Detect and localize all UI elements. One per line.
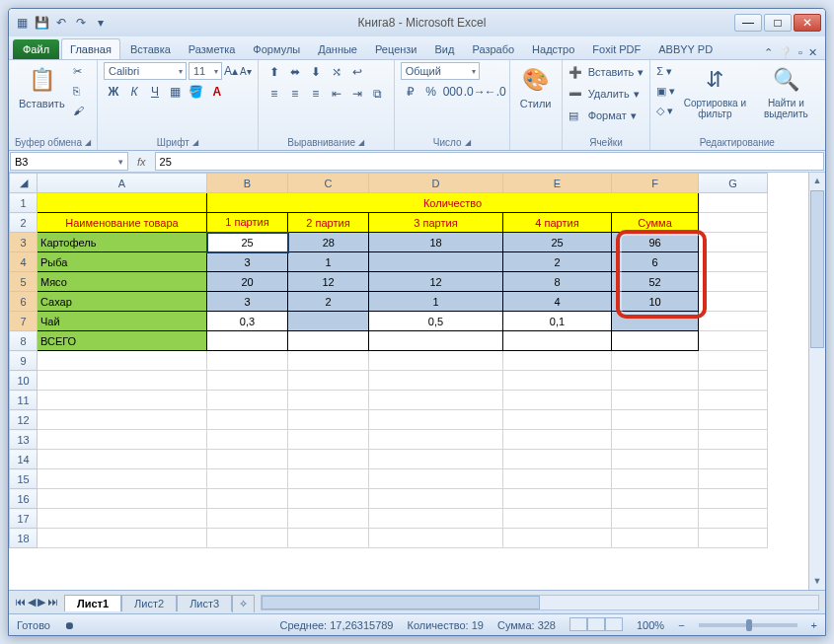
align-top-button[interactable]: ⬆ (265, 62, 284, 82)
col-header[interactable]: A (38, 174, 207, 193)
row-header[interactable]: 13 (10, 430, 38, 450)
comma-button[interactable]: 000 (442, 82, 462, 102)
row-header[interactable]: 11 (10, 391, 38, 410)
sheet-tab[interactable]: Лист2 (121, 595, 177, 611)
dialog-launcher-icon[interactable]: ◢ (85, 138, 91, 147)
underline-button[interactable]: Ч (145, 82, 165, 102)
row-header[interactable]: 18 (10, 529, 38, 548)
dialog-launcher-icon[interactable]: ◢ (358, 138, 364, 147)
sheet-nav-next-icon[interactable]: ▶ (38, 596, 45, 608)
help-icon[interactable]: ❔ (779, 46, 793, 59)
col-header[interactable]: B (207, 174, 288, 193)
col-header[interactable]: G (699, 174, 768, 193)
new-sheet-button[interactable]: ✧ (232, 595, 255, 612)
minimize-button[interactable]: — (734, 14, 762, 32)
qat-dropdown-icon[interactable]: ▾ (92, 14, 110, 32)
fill-color-button[interactable]: 🪣 (187, 82, 206, 102)
font-family-combo[interactable]: Calibri (104, 62, 187, 80)
name-box[interactable]: B3 (10, 152, 128, 171)
sheet-tab[interactable]: Лист3 (177, 595, 232, 611)
formula-bar[interactable]: 25 (155, 152, 824, 171)
doc-close-icon[interactable]: ✕ (808, 46, 817, 59)
cells-insert-button[interactable]: ➕Вставить ▾ (569, 62, 644, 82)
row-header[interactable]: 8 (10, 331, 38, 351)
cell-B3[interactable]: 25 (207, 233, 288, 252)
row-header[interactable]: 3 (10, 233, 38, 252)
doc-restore-icon[interactable]: ▫ (798, 46, 802, 59)
tab-data[interactable]: Данные (310, 39, 365, 59)
dialog-launcher-icon[interactable]: ◢ (192, 138, 198, 147)
select-all-corner[interactable]: ◢ (10, 174, 38, 193)
tab-home[interactable]: Главная (61, 38, 120, 59)
row-header[interactable]: 2 (10, 213, 38, 233)
macro-record-icon[interactable]: ⏺ (64, 619, 75, 631)
scroll-down-icon[interactable]: ▼ (809, 573, 825, 590)
zoom-out-button[interactable]: − (678, 619, 684, 631)
header-quantity[interactable]: Количество (207, 193, 699, 213)
decrease-indent-button[interactable]: ⇤ (327, 84, 346, 104)
number-format-combo[interactable]: Общий (401, 62, 480, 80)
tab-file[interactable]: Файл (13, 39, 59, 59)
align-bottom-button[interactable]: ⬇ (306, 62, 326, 82)
tab-abbyy[interactable]: ABBYY PD (650, 39, 720, 59)
tab-formulas[interactable]: Формулы (245, 39, 308, 59)
col-header[interactable]: C (288, 174, 369, 193)
tab-view[interactable]: Вид (427, 39, 463, 59)
align-left-button[interactable]: ≡ (265, 84, 284, 104)
dialog-launcher-icon[interactable]: ◢ (465, 138, 471, 147)
fill-icon[interactable]: ▣ ▾ (656, 82, 675, 100)
align-middle-button[interactable]: ⬌ (285, 62, 305, 82)
cut-icon[interactable]: ✂ (73, 62, 84, 80)
increase-decimal-button[interactable]: .0→ (463, 82, 483, 102)
col-header[interactable]: E (503, 174, 612, 193)
row-header[interactable]: 4 (10, 252, 38, 272)
tab-layout[interactable]: Разметка (181, 39, 244, 59)
col-header[interactable]: D (369, 174, 503, 193)
horizontal-scrollbar[interactable] (261, 595, 819, 610)
increase-font-icon[interactable]: A▴ (224, 62, 238, 80)
row-header[interactable]: 16 (10, 489, 38, 509)
font-color-button[interactable]: А (207, 82, 227, 102)
orientation-button[interactable]: ⤭ (327, 62, 346, 82)
fx-icon[interactable]: fx (137, 156, 146, 168)
row-header[interactable]: 1 (10, 193, 38, 213)
undo-icon[interactable]: ↶ (52, 14, 70, 32)
align-right-button[interactable]: ≡ (306, 84, 326, 104)
sheet-nav-prev-icon[interactable]: ◀ (28, 596, 36, 608)
row-header[interactable]: 12 (10, 410, 38, 430)
format-painter-icon[interactable]: 🖌 (73, 102, 84, 119)
zoom-in-button[interactable]: + (811, 619, 817, 631)
tab-addins[interactable]: Надстро (524, 39, 582, 59)
paste-button[interactable]: 📋 Вставить (15, 62, 69, 111)
sheet-nav-last-icon[interactable]: ⏭ (47, 596, 58, 608)
worksheet-area[interactable]: ◢ A B C D E F G 1 Количество (9, 173, 825, 590)
tab-review[interactable]: Рецензи (367, 39, 425, 59)
zoom-level[interactable]: 100% (637, 619, 664, 631)
minimize-ribbon-icon[interactable]: ⌃ (764, 46, 773, 59)
decrease-font-icon[interactable]: A▾ (240, 62, 252, 80)
row-header[interactable]: 15 (10, 469, 38, 489)
cells-format-button[interactable]: ▤Формат ▾ (569, 106, 644, 125)
border-button[interactable]: ▦ (166, 82, 186, 102)
currency-button[interactable]: ₽ (401, 82, 420, 102)
row-header[interactable]: 6 (10, 292, 38, 312)
row-header[interactable]: 5 (10, 272, 38, 292)
row-header[interactable]: 9 (10, 351, 38, 371)
row-header[interactable]: 7 (10, 312, 38, 331)
decrease-decimal-button[interactable]: ←.0 (484, 82, 503, 102)
sheet-nav-first-icon[interactable]: ⏮ (15, 596, 26, 608)
tab-insert[interactable]: Вставка (122, 39, 179, 59)
vertical-scrollbar[interactable]: ▲ ▼ (808, 173, 825, 590)
copy-icon[interactable]: ⎘ (73, 82, 84, 100)
wrap-button[interactable]: ↩ (347, 62, 367, 82)
bold-button[interactable]: Ж (104, 82, 123, 102)
percent-button[interactable]: % (421, 82, 441, 102)
save-icon[interactable]: 💾 (33, 14, 50, 32)
maximize-button[interactable]: □ (764, 14, 792, 32)
row-header[interactable]: 14 (10, 450, 38, 469)
merge-button[interactable]: ⧉ (368, 84, 388, 104)
clear-icon[interactable]: ◇ ▾ (656, 102, 675, 119)
styles-button[interactable]: 🎨 Стили (516, 62, 556, 111)
redo-icon[interactable]: ↷ (72, 14, 90, 32)
find-select-button[interactable]: 🔍 Найти и выделить (754, 62, 817, 121)
